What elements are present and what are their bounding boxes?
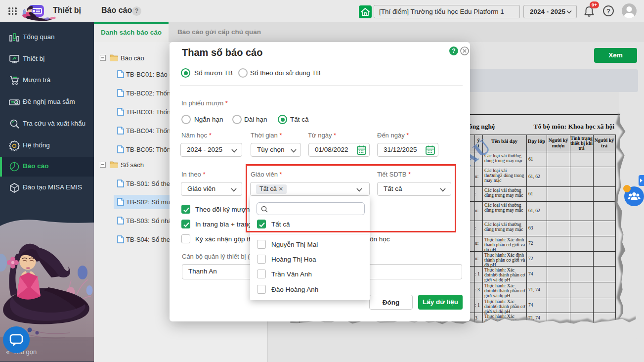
svg-text:?: ? — [606, 7, 610, 15]
